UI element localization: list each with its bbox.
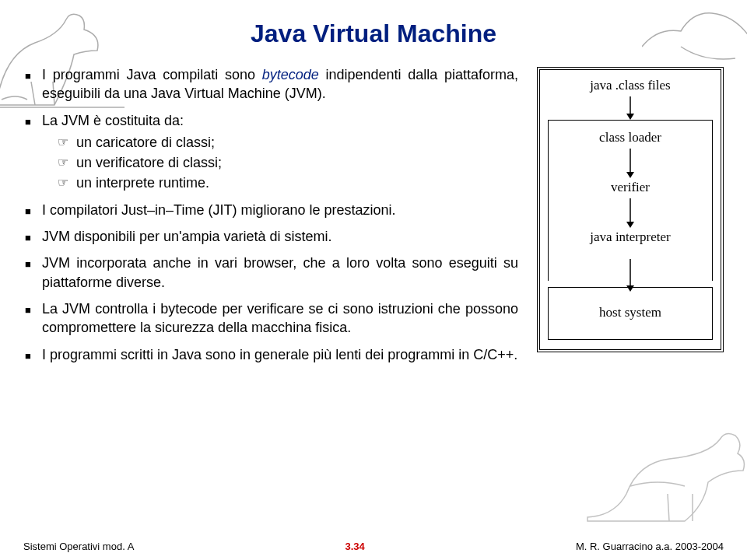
bullet-2b: un verificatore di classi; — [42, 153, 518, 172]
diagram-label-host: host system — [599, 305, 661, 320]
bullet-4: JVM disponibili per un'ampia varietà di … — [23, 227, 518, 246]
diagram-label-verifier: verifier — [611, 180, 650, 195]
bullet-list-container: I programmi Java compilati sono bytecode… — [23, 65, 518, 372]
footer-left: Sistemi Operativi mod. A — [23, 541, 134, 552]
bullet-3: I compilatori Just–in–Time (JIT) miglior… — [23, 201, 518, 219]
bullet-7: I programmi scritti in Java sono in gene… — [23, 345, 518, 364]
jvm-diagram: java .class files class loader verifier … — [537, 65, 724, 352]
diagram-label-classfiles: java .class files — [590, 78, 670, 93]
bullet-1-emph: bytecode — [262, 67, 319, 82]
bullet-1: I programmi Java compilati sono bytecode… — [23, 65, 518, 103]
bullet-6: La JVM controlla i bytecode per verifica… — [23, 299, 518, 338]
svg-marker-7 — [626, 285, 634, 292]
bullet-2: La JVM è costituita da: un caricatore di… — [23, 111, 518, 193]
footer-page-number: 3.34 — [345, 541, 364, 552]
diagram-host-box: host system — [548, 287, 713, 340]
footer-right: M. R. Guarracino a.a. 2003-2004 — [576, 541, 724, 552]
svg-marker-5 — [626, 222, 634, 228]
slide-title: Java Virtual Machine — [23, 19, 724, 48]
diagram-label-loader: class loader — [599, 130, 661, 145]
bullet-1-text-pre: I programmi Java compilati sono — [42, 67, 262, 82]
diagram-label-interpreter: java interpreter — [590, 229, 670, 245]
arrow-icon — [625, 149, 636, 178]
bullet-5: JVM incorporata anche in vari browser, c… — [23, 254, 518, 292]
arrow-icon — [625, 96, 636, 120]
diagram-jvm-box: class loader verifier java interpreter — [548, 120, 713, 259]
bullet-2c: un interprete runtime. — [42, 173, 518, 192]
svg-marker-3 — [626, 172, 634, 178]
bullet-2a: un caricatore di classi; — [42, 133, 518, 152]
arrow-icon — [625, 259, 636, 292]
svg-marker-1 — [626, 114, 634, 120]
bullet-2-text: La JVM è costituita da: — [42, 113, 184, 128]
footer: Sistemi Operativi mod. A 3.34 M. R. Guar… — [23, 541, 724, 552]
arrow-icon — [625, 198, 636, 228]
